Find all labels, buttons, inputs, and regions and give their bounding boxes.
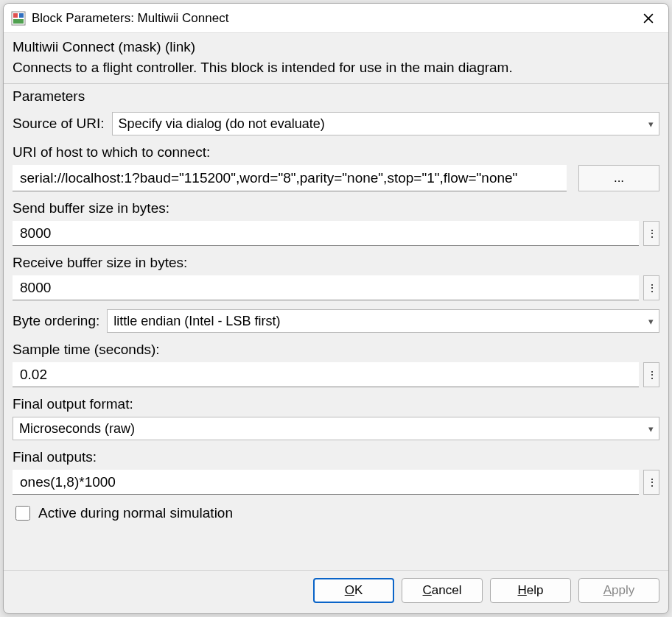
app-icon [11, 11, 26, 26]
active-sim-label[interactable]: Active during normal simulation [38, 505, 233, 521]
send-buffer-more-button[interactable]: ⋮ [643, 221, 659, 246]
send-buffer-label: Send buffer size in bytes: [13, 200, 659, 216]
cancel-button[interactable]: Cancel [402, 578, 483, 603]
apply-rest: pply [612, 583, 634, 597]
byte-ordering-label: Byte ordering: [13, 313, 99, 329]
receive-buffer-more-button[interactable]: ⋮ [643, 275, 659, 300]
dialog-window: Block Parameters: Multiwii Connect Multi… [3, 3, 669, 614]
svg-rect-2 [19, 13, 24, 18]
cancel-mnemonic: C [423, 583, 432, 597]
uri-browse-button[interactable]: ... [578, 165, 659, 191]
sample-time-input[interactable] [13, 362, 639, 387]
receive-buffer-label: Receive buffer size in bytes: [13, 255, 659, 271]
uri-label: URI of host to which to connect: [13, 144, 659, 161]
dialog-footer: OK Cancel Help Apply [4, 570, 668, 613]
source-of-uri-label: Source of URI: [13, 116, 105, 132]
sample-time-label: Sample time (seconds): [13, 342, 659, 358]
final-outputs-label: Final outputs: [13, 449, 659, 465]
parameters-heading: Parameters [13, 88, 659, 105]
apply-button[interactable]: Apply [578, 578, 659, 603]
mask-header: Multiwii Connect (mask) (link) Connects … [4, 33, 668, 84]
source-of-uri-select[interactable]: Specify via dialog (do not evaluate) [112, 112, 659, 135]
send-buffer-input[interactable] [13, 221, 639, 246]
final-output-format-label: Final output format: [13, 396, 659, 412]
vertical-ellipsis-icon: ⋮ [647, 477, 657, 487]
cancel-rest: ancel [432, 583, 462, 597]
final-outputs-input[interactable] [13, 470, 639, 495]
close-icon [643, 13, 654, 24]
mask-description: Connects to a flight controller. This bl… [13, 60, 659, 76]
close-button[interactable] [631, 6, 665, 31]
apply-mnemonic: A [603, 583, 612, 597]
byte-ordering-select[interactable]: little endian (Intel - LSB first) [107, 309, 659, 333]
help-mnemonic: H [518, 583, 527, 597]
ok-mnemonic: O [345, 583, 354, 597]
sample-time-more-button[interactable]: ⋮ [643, 362, 659, 387]
titlebar: Block Parameters: Multiwii Connect [4, 4, 668, 33]
final-outputs-more-button[interactable]: ⋮ [643, 470, 659, 495]
ok-button[interactable]: OK [313, 578, 394, 603]
window-title: Block Parameters: Multiwii Connect [32, 11, 631, 26]
svg-rect-1 [13, 13, 18, 18]
receive-buffer-input[interactable] [13, 275, 639, 300]
mask-title: Multiwii Connect (mask) (link) [13, 39, 659, 55]
vertical-ellipsis-icon: ⋮ [647, 370, 657, 380]
vertical-ellipsis-icon: ⋮ [647, 283, 657, 293]
vertical-ellipsis-icon: ⋮ [647, 228, 657, 239]
parameters-panel: Parameters Source of URI: Specify via di… [4, 84, 668, 570]
final-output-format-select[interactable]: Microseconds (raw) [13, 417, 659, 440]
help-button[interactable]: Help [490, 578, 571, 603]
uri-input[interactable] [13, 165, 567, 191]
active-sim-checkbox[interactable] [15, 506, 30, 521]
svg-rect-3 [13, 19, 24, 24]
help-rest: elp [527, 583, 544, 597]
ok-rest: K [354, 583, 363, 597]
